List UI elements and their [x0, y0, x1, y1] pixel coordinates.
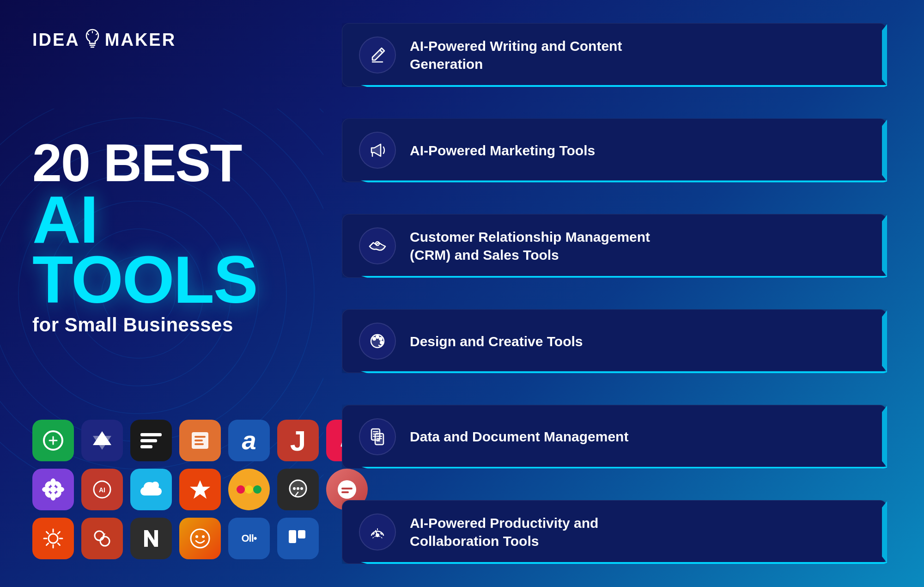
card-accent-writing [882, 24, 888, 86]
svg-point-22 [50, 478, 56, 487]
lightbulb-icon [83, 28, 102, 52]
svg-point-55 [379, 337, 382, 340]
card-accent-design [882, 310, 888, 373]
data-icon-wrapper [359, 418, 396, 455]
svg-point-21 [50, 486, 56, 493]
app-icon-otter: Oll• [228, 518, 270, 559]
svg-point-23 [50, 492, 56, 501]
app-icon-opus [130, 420, 172, 461]
svg-point-47 [195, 535, 198, 538]
card-accent-productivity [882, 501, 888, 563]
app-icon-grammarly [32, 420, 74, 461]
app-icon-perplexity [81, 420, 123, 461]
app-icon-smiley [179, 518, 221, 559]
app-icon-chat [277, 469, 319, 510]
card-accent-marketing [882, 119, 888, 182]
megaphone-icon [368, 141, 387, 160]
svg-point-39 [300, 487, 303, 490]
svg-point-24 [42, 487, 50, 492]
icons-grid: a J [32, 420, 286, 559]
svg-point-46 [191, 529, 209, 548]
svg-rect-14 [140, 433, 162, 436]
productivity-icon-wrapper [359, 514, 396, 550]
headline-number: 20 BEST [32, 136, 286, 190]
logo-text-idea: IDEA [32, 30, 80, 50]
design-label: Design and Creative Tools [410, 332, 583, 350]
app-icon-zapier [179, 469, 221, 510]
speedometer-icon [368, 522, 387, 542]
card-accent-data [882, 405, 888, 468]
svg-point-56 [380, 341, 383, 344]
productivity-label: AI-Powered Productivity andCollaboration… [410, 514, 598, 550]
writing-label: AI-Powered Writing and ContentGeneration [410, 37, 622, 73]
headline-ai-tools: AI TOOLS [32, 190, 286, 310]
svg-point-45 [100, 537, 109, 546]
svg-point-43 [49, 534, 58, 543]
app-icon-zapier2 [81, 518, 123, 559]
app-icon-amazon: a [228, 420, 270, 461]
svg-point-35 [253, 485, 261, 494]
logo-text: IDEA MAKER [32, 28, 176, 52]
svg-point-34 [245, 485, 253, 494]
right-panel: AI-Powered Writing and ContentGeneration… [314, 0, 924, 587]
main-container: IDEA MAKER 20 BEST AI TOOLS for Small Bu… [0, 0, 924, 587]
left-panel: IDEA MAKER 20 BEST AI TOOLS for Small Bu… [0, 0, 314, 587]
svg-marker-32 [190, 480, 210, 499]
svg-point-48 [202, 535, 205, 538]
svg-rect-19 [195, 440, 203, 441]
category-card-marketing: AI-Powered Marketing Tools [342, 118, 887, 182]
svg-point-37 [293, 487, 296, 490]
design-icon-wrapper [359, 323, 396, 360]
icons-row-1: a J [32, 420, 286, 461]
category-card-writing: AI-Powered Writing and ContentGeneration [342, 23, 887, 87]
crm-label: Customer Relationship Management(CRM) an… [410, 228, 650, 264]
logo-text-maker: MAKER [105, 30, 176, 50]
app-icon-salesforce [130, 469, 172, 510]
svg-point-54 [376, 336, 379, 338]
category-card-crm: Customer Relationship Management(CRM) an… [342, 214, 887, 278]
marketing-label: AI-Powered Marketing Tools [410, 141, 595, 159]
svg-point-38 [297, 487, 299, 490]
icons-row-2: AI [32, 469, 286, 510]
category-card-productivity: AI-Powered Productivity andCollaboration… [342, 500, 887, 564]
svg-text:AI: AI [99, 486, 105, 494]
logo-area: IDEA MAKER [32, 28, 286, 52]
app-icon-monday [228, 469, 270, 510]
pencil-icon [368, 45, 387, 65]
marketing-icon-wrapper [359, 132, 396, 169]
category-card-design: Design and Creative Tools [342, 309, 887, 373]
svg-rect-16 [140, 445, 152, 448]
app-icon-settings [32, 518, 74, 559]
headline-area: 20 BEST AI TOOLS for Small Businesses [32, 52, 286, 420]
svg-rect-15 [140, 439, 157, 442]
app-icon-tome [179, 420, 221, 461]
app-icon-trello [277, 518, 319, 559]
category-card-data: Data and Document Management [342, 405, 887, 469]
svg-point-33 [237, 485, 245, 494]
svg-rect-18 [195, 436, 206, 438]
svg-point-25 [56, 487, 64, 492]
app-icon-notion-ai [32, 469, 74, 510]
crm-icon-wrapper [359, 227, 396, 264]
svg-rect-49 [289, 530, 296, 543]
svg-rect-50 [298, 530, 305, 538]
app-icon-jasper: J [277, 420, 319, 461]
svg-point-59 [376, 534, 379, 537]
svg-rect-20 [195, 443, 204, 445]
handshake-icon [368, 236, 387, 256]
data-label: Data and Document Management [410, 428, 628, 446]
app-icon-notion [130, 518, 172, 559]
icons-row-3: Oll• [32, 518, 286, 559]
writing-icon-wrapper [359, 37, 396, 73]
headline-subtitle: for Small Businesses [32, 315, 286, 335]
card-accent-crm [882, 214, 888, 277]
document-icon [368, 427, 387, 446]
palette-icon [368, 331, 387, 351]
app-icon-ai-circle: AI [81, 469, 123, 510]
svg-point-53 [373, 337, 376, 340]
